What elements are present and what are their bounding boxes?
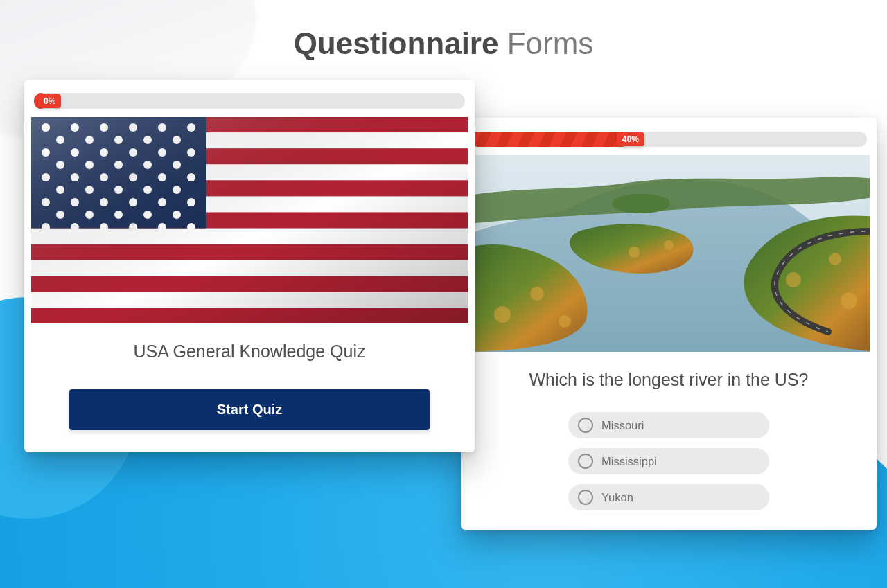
radio-icon <box>578 490 593 505</box>
radio-icon <box>578 454 593 469</box>
svg-point-39 <box>559 315 571 328</box>
answer-option-label: Yukon <box>601 491 633 504</box>
svg-point-43 <box>629 247 640 258</box>
answer-option-label: Mississippi <box>601 455 657 468</box>
answer-option-label: Missouri <box>601 419 644 432</box>
quiz-hero-image-usa-flag <box>31 117 468 323</box>
svg-point-37 <box>530 287 544 301</box>
quiz-title: USA General Knowledge Quiz <box>42 341 457 362</box>
progress-bar: 0% <box>34 93 465 109</box>
page-title-bold: Questionnaire <box>294 26 499 60</box>
progress-label: 0% <box>38 94 61 108</box>
radio-icon <box>578 418 593 433</box>
page-title-light: Forms <box>507 26 594 60</box>
answer-option[interactable]: Missouri <box>568 412 769 438</box>
question-hero-image-river <box>468 155 870 352</box>
quiz-start-card: 0% <box>24 80 475 452</box>
svg-point-41 <box>829 253 841 265</box>
svg-point-38 <box>494 306 511 323</box>
answer-option[interactable]: Mississippi <box>568 448 769 474</box>
answer-option[interactable]: Yukon <box>568 484 769 510</box>
svg-point-42 <box>841 292 857 309</box>
svg-point-44 <box>664 240 674 250</box>
progress-label: 40% <box>617 132 644 146</box>
svg-point-40 <box>786 272 801 287</box>
start-quiz-button[interactable]: Start Quiz <box>69 389 430 430</box>
quiz-question-card: 40% <box>461 118 877 530</box>
svg-rect-34 <box>31 117 468 323</box>
progress-fill <box>471 132 629 147</box>
page-title: Questionnaire Forms <box>0 26 887 61</box>
progress-bar: 40% <box>471 132 867 147</box>
answer-options: Missouri Mississippi Yukon <box>568 412 769 510</box>
question-text: Which is the longest river in the US? <box>479 370 859 390</box>
svg-point-36 <box>612 194 670 213</box>
